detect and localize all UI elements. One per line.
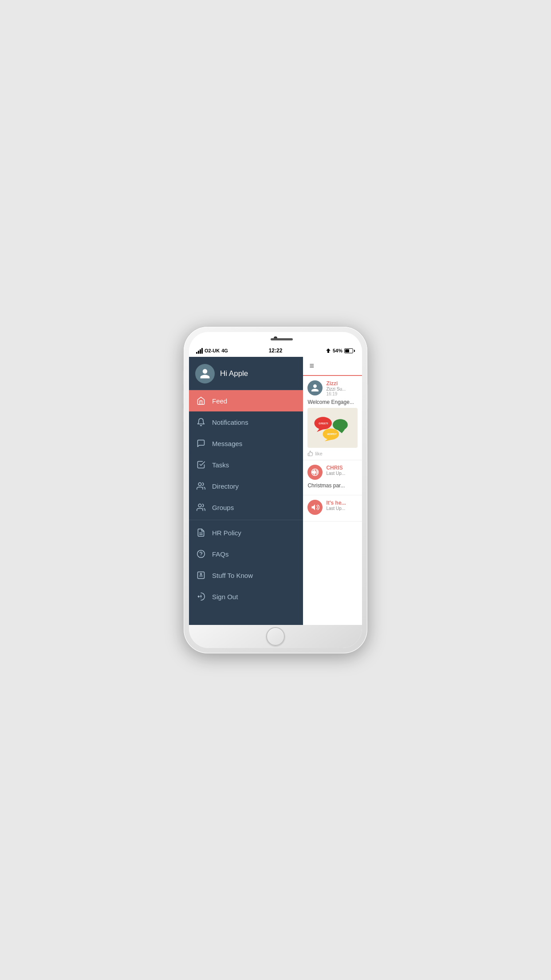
- sidebar-item-hr-policy[interactable]: HR Policy: [189, 522, 303, 543]
- hamburger-button[interactable]: ≡: [309, 361, 314, 371]
- groups-label: Groups: [212, 504, 234, 511]
- content-header: ≡: [303, 357, 362, 376]
- content-panel: ≡ Zizzi Zizzi Su... 16:19: [303, 357, 362, 625]
- stuff-to-know-icon: [196, 570, 206, 580]
- feed-name-chris: CHRIS: [326, 465, 358, 471]
- sidebar-item-sign-out[interactable]: Sign Out: [189, 586, 303, 607]
- speaker: [271, 338, 293, 340]
- app-screen: Hi Apple Feed: [189, 357, 362, 625]
- tasks-icon: [196, 460, 206, 470]
- hr-policy-label: HR Policy: [212, 529, 241, 537]
- sidebar: Hi Apple Feed: [189, 357, 303, 625]
- battery-percent: 54%: [333, 348, 342, 353]
- svg-point-0: [198, 483, 201, 486]
- sidebar-item-faqs[interactable]: FAQs: [189, 543, 303, 565]
- signal-icon: [196, 348, 203, 354]
- phone-screen: O2-UK 4G 12:22 54%: [189, 332, 362, 648]
- svg-point-4: [197, 550, 205, 558]
- sidebar-item-stuff-to-know[interactable]: Stuff To Know: [189, 565, 303, 586]
- svg-point-1: [198, 504, 201, 507]
- directory-icon: [196, 481, 206, 491]
- nav-divider: [189, 520, 303, 520]
- home-button[interactable]: [266, 627, 285, 646]
- notifications-icon: [196, 417, 206, 427]
- feed-avatar-zizzi: [307, 380, 323, 395]
- sidebar-item-groups[interactable]: Groups: [189, 497, 303, 518]
- sidebar-header: Hi Apple: [189, 357, 303, 390]
- feed-list: Zizzi Zizzi Su... 16:19 Welcome Engage..…: [303, 376, 362, 625]
- directory-label: Directory: [212, 482, 239, 490]
- sidebar-nav: Feed Notifications: [189, 390, 303, 625]
- feed-like-zizzi[interactable]: like: [307, 450, 358, 456]
- feed-card-its-here[interactable]: It's he... Last Up...: [303, 495, 362, 522]
- carrier-label: O2-UK: [205, 348, 220, 353]
- feed-time-zizzi: 16:19: [326, 391, 358, 396]
- messages-icon: [196, 439, 206, 448]
- feed-card-header-chris: CHRIS Last Up...: [307, 465, 358, 480]
- network-label: 4G: [221, 348, 228, 353]
- messages-label: Messages: [212, 440, 242, 447]
- sidebar-item-notifications[interactable]: Notifications: [189, 411, 303, 433]
- sidebar-item-feed[interactable]: Feed: [189, 390, 303, 411]
- status-right: 54%: [326, 348, 355, 353]
- sidebar-item-messages[interactable]: Messages: [189, 433, 303, 454]
- svg-rect-6: [198, 572, 205, 579]
- location-icon: [326, 348, 331, 353]
- feed-icon: [196, 396, 206, 406]
- avatar: [195, 364, 215, 383]
- like-icon: [307, 450, 313, 456]
- feed-info-chris: CHRIS Last Up...: [326, 465, 358, 476]
- notifications-label: Notifications: [212, 419, 248, 426]
- status-bar: O2-UK 4G 12:22 54%: [189, 344, 362, 357]
- time-label: 12:22: [269, 348, 283, 354]
- svg-text:HOWDY: HOWDY: [327, 433, 337, 435]
- feed-sub-zizzi: Zizzi Su...: [326, 387, 358, 391]
- feed-sub-its-here: Last Up...: [326, 506, 358, 511]
- sign-out-label: Sign Out: [212, 593, 238, 601]
- sign-out-icon: [196, 592, 206, 601]
- feed-card-zizzi[interactable]: Zizzi Zizzi Su... 16:19 Welcome Engage..…: [303, 376, 362, 460]
- svg-text:GREETI: GREETI: [319, 422, 328, 425]
- like-label: like: [315, 451, 323, 456]
- svg-point-13: [333, 419, 348, 430]
- feed-label: Feed: [212, 397, 227, 405]
- status-left: O2-UK 4G: [196, 348, 228, 354]
- tasks-label: Tasks: [212, 461, 229, 469]
- sidebar-item-directory[interactable]: Directory: [189, 475, 303, 497]
- phone-frame: O2-UK 4G 12:22 54%: [184, 327, 367, 653]
- feed-text-chris: Christmas par...: [307, 482, 358, 489]
- feed-text-zizzi: Welcome Engage...: [307, 399, 358, 405]
- feed-avatar-chris: [307, 465, 323, 480]
- phone-home-area: [189, 625, 362, 648]
- feed-info-zizzi: Zizzi Zizzi Su... 16:19: [326, 380, 358, 396]
- sidebar-item-tasks[interactable]: Tasks: [189, 454, 303, 475]
- feed-info-its-here: It's he... Last Up...: [326, 500, 358, 511]
- svg-point-7: [200, 573, 201, 575]
- feed-card-chris[interactable]: CHRIS Last Up... Christmas par...: [303, 460, 362, 495]
- feed-sub-chris: Last Up...: [326, 471, 358, 476]
- faqs-label: FAQs: [212, 550, 229, 558]
- feed-card-header-its-here: It's he... Last Up...: [307, 500, 358, 515]
- stuff-to-know-label: Stuff To Know: [212, 572, 253, 579]
- hr-policy-icon: [196, 528, 206, 537]
- feed-name-zizzi: Zizzi: [326, 380, 358, 387]
- groups-icon: [196, 502, 206, 512]
- feed-name-its-here: It's he...: [326, 500, 358, 506]
- greeting-label: Hi Apple: [220, 369, 248, 378]
- battery-icon: [344, 348, 355, 353]
- feed-avatar-its-here: [307, 500, 323, 515]
- faqs-icon: [196, 549, 206, 559]
- feed-card-header-zizzi: Zizzi Zizzi Su... 16:19: [307, 380, 358, 396]
- feed-image-zizzi: GREETI HOWDY: [307, 408, 358, 448]
